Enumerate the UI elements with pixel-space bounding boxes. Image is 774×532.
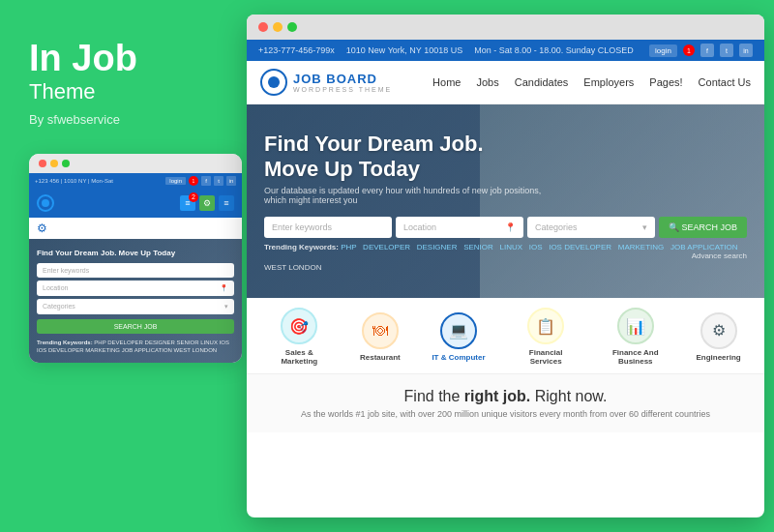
mini-badge: 1 bbox=[189, 176, 198, 186]
mini-logo-icon bbox=[37, 194, 54, 212]
mini-topbar: +123 456 | 1010 NY | Mon-Sat login 1 f t… bbox=[29, 173, 242, 189]
nav-links: Home Jobs Candidates Employers Pages! Co… bbox=[432, 76, 751, 88]
nav-pages[interactable]: Pages! bbox=[649, 76, 682, 88]
brand-title: In Job bbox=[29, 39, 208, 79]
cat-icon-restaurant: 🍽 bbox=[362, 312, 399, 349]
site-logo: JOB BOARD WORDPRESS THEME bbox=[260, 69, 392, 96]
trending-label: Trending Keywords: bbox=[264, 243, 339, 251]
cat-finance-business[interactable]: 📊 Finance And Business bbox=[607, 308, 665, 366]
mini-topbar-text: +123 456 | 1010 NY | Mon-Sat bbox=[35, 178, 113, 184]
cat-label-it: IT & Computer bbox=[432, 353, 485, 362]
west-london: WEST LONDON bbox=[264, 263, 747, 272]
mini-location-input[interactable]: Location 📍 bbox=[37, 281, 234, 296]
cat-restaurant[interactable]: 🍽 Restaurant bbox=[360, 312, 401, 362]
site-nav: JOB BOARD WORDPRESS THEME Home Jobs Cand… bbox=[247, 61, 764, 104]
mini-nav-icon-1: ≡ 2 bbox=[180, 195, 195, 211]
cat-label-restaurant: Restaurant bbox=[360, 353, 401, 362]
browser-dot-green bbox=[287, 22, 297, 32]
mini-trending: Trending Keywords: PHP DEVELOPER DESIGNE… bbox=[37, 339, 234, 355]
mini-topbar-right: login 1 f t in bbox=[165, 176, 236, 186]
nav-candidates[interactable]: Candidates bbox=[515, 76, 569, 88]
cat-it-computer[interactable]: 💻 IT & Computer bbox=[432, 312, 485, 362]
cat-label-finance: Finance And Business bbox=[607, 348, 665, 366]
mini-nav-badge: 2 bbox=[189, 192, 198, 202]
logo-text: JOB BOARD bbox=[293, 72, 392, 86]
logo-inner bbox=[268, 76, 280, 88]
cat-icon-engineering: ⚙ bbox=[700, 312, 737, 349]
cat-icon-financial: 📋 bbox=[527, 308, 564, 344]
topbar-phone: +123-777-456-799x bbox=[258, 45, 335, 55]
mini-gear-icon: ⚙ bbox=[37, 222, 47, 235]
nav-contact[interactable]: Contact Us bbox=[699, 76, 751, 88]
mini-icon-box-green: ⚙ bbox=[199, 195, 215, 211]
cat-label-engineering: Engineering bbox=[696, 353, 740, 362]
cat-engineering[interactable]: ⚙ Engineering bbox=[696, 312, 740, 362]
categories-row: 🎯 Sales & Marketing 🍽 Restaurant 💻 IT & … bbox=[247, 298, 764, 374]
mini-social-in: in bbox=[226, 176, 236, 186]
search-bar: Enter keywords Location 📍 Categories ▾ 🔍… bbox=[264, 217, 747, 238]
mini-settings: ⚙ bbox=[29, 218, 242, 239]
topbar-left: +123-777-456-799x 1010 New York, NY 1001… bbox=[258, 45, 634, 55]
dot-green bbox=[62, 160, 70, 167]
dot-red bbox=[39, 160, 46, 167]
trending-row: Trending Keywords: PHP DEVELOPER DESIGNE… bbox=[264, 243, 747, 260]
search-icon: 🔍 bbox=[669, 222, 682, 232]
brand-by: By sfwebservice bbox=[29, 112, 208, 127]
mini-categories-select[interactable]: Categories ▾ bbox=[37, 299, 234, 314]
social-icon-t[interactable]: t bbox=[720, 44, 733, 57]
logo-text-block: JOB BOARD WORDPRESS THEME bbox=[293, 72, 392, 93]
cat-sales-marketing[interactable]: 🎯 Sales & Marketing bbox=[270, 308, 328, 366]
browser-dot-red bbox=[258, 22, 268, 32]
nav-employers[interactable]: Employers bbox=[583, 76, 634, 88]
bottom-subtitle: As the worlds #1 job site, with over 200… bbox=[264, 409, 747, 419]
mini-login: login bbox=[165, 177, 186, 185]
site-topbar: +123-777-456-799x 1010 New York, NY 1001… bbox=[247, 40, 764, 61]
browser-window: +123-777-456-799x 1010 New York, NY 1001… bbox=[247, 15, 764, 517]
left-panel: In Job Theme By sfwebservice +123 456 | … bbox=[0, 0, 237, 532]
bottom-title: Find the right job. Right now. bbox=[264, 388, 747, 405]
site-hero: Find Your Dream Job. Move Up Today Our d… bbox=[247, 104, 764, 298]
cat-label-financial: Financial Services bbox=[517, 348, 575, 366]
site-bottom: Find the right job. Right now. As the wo… bbox=[247, 374, 764, 432]
mini-hero: Find Your Dream Job. Move Up Today Enter… bbox=[29, 239, 242, 363]
hero-subtitle: Our database is updated every hour with … bbox=[264, 186, 554, 205]
nav-jobs[interactable]: Jobs bbox=[476, 76, 498, 88]
cat-financial-services[interactable]: 📋 Financial Services bbox=[517, 308, 575, 366]
cat-icon-sales: 🎯 bbox=[281, 308, 317, 344]
hero-title: Find Your Dream Job. Move Up Today bbox=[264, 132, 535, 182]
search-categories-select[interactable]: Categories ▾ bbox=[527, 217, 655, 238]
notification-badge[interactable]: 1 bbox=[683, 44, 695, 56]
advance-search-link[interactable]: Advance search bbox=[692, 251, 747, 260]
browser-titlebar bbox=[247, 15, 764, 40]
mini-social-t: t bbox=[214, 176, 223, 186]
bottom-title-highlight: right job. bbox=[464, 388, 530, 404]
dot-yellow bbox=[50, 160, 58, 167]
topbar-right: login 1 f t in bbox=[649, 44, 753, 57]
cat-icon-it: 💻 bbox=[440, 312, 477, 349]
social-icon-f[interactable]: f bbox=[700, 44, 714, 57]
social-icon-in[interactable]: in bbox=[739, 44, 753, 57]
search-location-input[interactable]: Location 📍 bbox=[396, 217, 523, 238]
mini-nav-icons: ≡ 2 ⚙ ≡ bbox=[180, 195, 234, 211]
mini-logo bbox=[37, 194, 54, 212]
brand-subtitle: Theme bbox=[29, 79, 208, 104]
mini-browser-titlebar bbox=[29, 154, 242, 173]
mini-main-nav: ≡ 2 ⚙ ≡ bbox=[29, 189, 242, 218]
logo-sub: WORDPRESS THEME bbox=[293, 86, 392, 93]
search-job-button[interactable]: 🔍 SEARCH JOB bbox=[659, 217, 747, 238]
cat-label-sales: Sales & Marketing bbox=[270, 348, 328, 366]
browser-dot-yellow bbox=[273, 22, 283, 32]
mini-search-button[interactable]: SEARCH JOB bbox=[37, 319, 234, 334]
login-button[interactable]: login bbox=[649, 44, 677, 57]
nav-home[interactable]: Home bbox=[432, 76, 461, 88]
cat-icon-finance: 📊 bbox=[617, 308, 654, 344]
topbar-hours: Mon - Sat 8.00 - 18.00. Sunday CLOSED bbox=[474, 45, 634, 55]
search-keyword-input[interactable]: Enter keywords bbox=[264, 217, 392, 238]
mini-icon-box-nav: ≡ bbox=[219, 195, 234, 211]
mini-social-f: f bbox=[201, 176, 211, 186]
mini-browser: +123 456 | 1010 NY | Mon-Sat login 1 f t… bbox=[29, 154, 242, 363]
mini-search-input[interactable]: Enter keywords bbox=[37, 263, 234, 278]
topbar-address: 1010 New York, NY 10018 US bbox=[346, 45, 462, 55]
mini-hero-text: Find Your Dream Job. Move Up Today bbox=[37, 249, 234, 257]
trending-keywords: PHP DEVELOPER DESIGNER SENIOR LINUX IOS … bbox=[341, 243, 737, 251]
